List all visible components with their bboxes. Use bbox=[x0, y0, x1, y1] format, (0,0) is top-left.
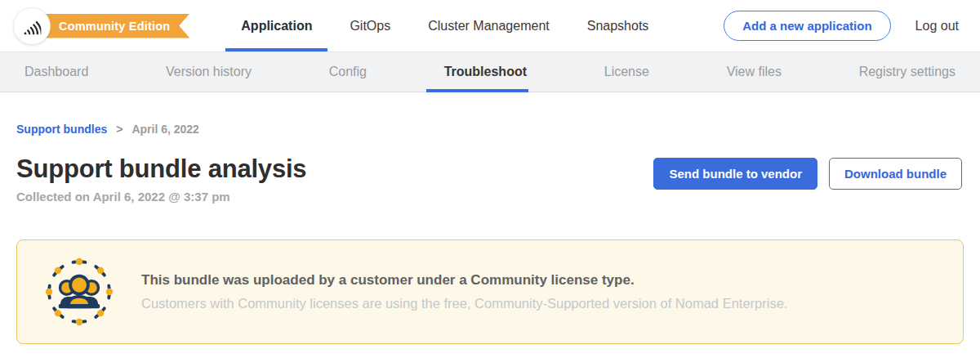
logout-link[interactable]: Log out bbox=[915, 19, 959, 34]
main-content: Support bundles > April 6, 2022 Support … bbox=[0, 123, 980, 344]
subnav-item-view-files[interactable]: View files bbox=[727, 52, 782, 92]
subnav-item-license[interactable]: License bbox=[604, 52, 649, 92]
header-actions: Add a new application Log out bbox=[724, 11, 959, 41]
top-navigation: Application GitOps Cluster Management Sn… bbox=[222, 0, 667, 51]
alert-text: This bundle was uploaded by a customer u… bbox=[141, 272, 787, 311]
breadcrumb-separator: > bbox=[116, 123, 122, 136]
breadcrumb: Support bundles > April 6, 2022 bbox=[16, 123, 964, 136]
replicated-logo-icon[interactable] bbox=[13, 7, 51, 45]
tab-cluster-management[interactable]: Cluster Management bbox=[409, 0, 568, 51]
top-header: Community Edition Application GitOps Clu… bbox=[0, 0, 980, 51]
brand: Community Edition bbox=[13, 7, 189, 45]
send-bundle-to-vendor-button[interactable]: Send bundle to vendor bbox=[653, 158, 817, 190]
alert-title: This bundle was uploaded by a customer u… bbox=[141, 272, 787, 289]
page-title: Support bundle analysis bbox=[16, 154, 306, 184]
alert-description: Customers with Community licenses are us… bbox=[141, 296, 787, 311]
community-people-icon bbox=[45, 257, 114, 326]
title-row: Support bundle analysis Collected on Apr… bbox=[16, 154, 964, 204]
collected-prefix: Collected on bbox=[16, 190, 93, 204]
breadcrumb-current: April 6, 2022 bbox=[131, 123, 199, 136]
subnav-item-registry-settings[interactable]: Registry settings bbox=[859, 52, 956, 92]
collected-timestamp: Collected on April 6, 2022 @ 3:37 pm bbox=[16, 190, 306, 204]
subnav-item-dashboard[interactable]: Dashboard bbox=[24, 52, 88, 92]
collected-date: April 6, 2022 @ 3:37 pm bbox=[93, 190, 230, 204]
title-block: Support bundle analysis Collected on Apr… bbox=[16, 154, 306, 204]
download-bundle-button[interactable]: Download bundle bbox=[829, 158, 962, 190]
tab-application[interactable]: Application bbox=[222, 0, 331, 51]
subnav-item-troubleshoot[interactable]: Troubleshoot bbox=[444, 52, 527, 92]
app-subnav: Dashboard Version history Config Trouble… bbox=[0, 51, 980, 92]
tab-gitops[interactable]: GitOps bbox=[331, 0, 409, 51]
community-edition-badge: Community Edition bbox=[29, 14, 189, 38]
add-new-application-button[interactable]: Add a new application bbox=[724, 11, 890, 41]
breadcrumb-support-bundles-link[interactable]: Support bundles bbox=[16, 123, 107, 136]
bundle-actions: Send bundle to vendor Download bundle bbox=[653, 158, 962, 190]
tab-snapshots[interactable]: Snapshots bbox=[568, 0, 668, 51]
subnav-item-version-history[interactable]: Version history bbox=[166, 52, 252, 92]
subnav-item-config[interactable]: Config bbox=[329, 52, 367, 92]
community-license-alert: This bundle was uploaded by a customer u… bbox=[16, 239, 964, 344]
